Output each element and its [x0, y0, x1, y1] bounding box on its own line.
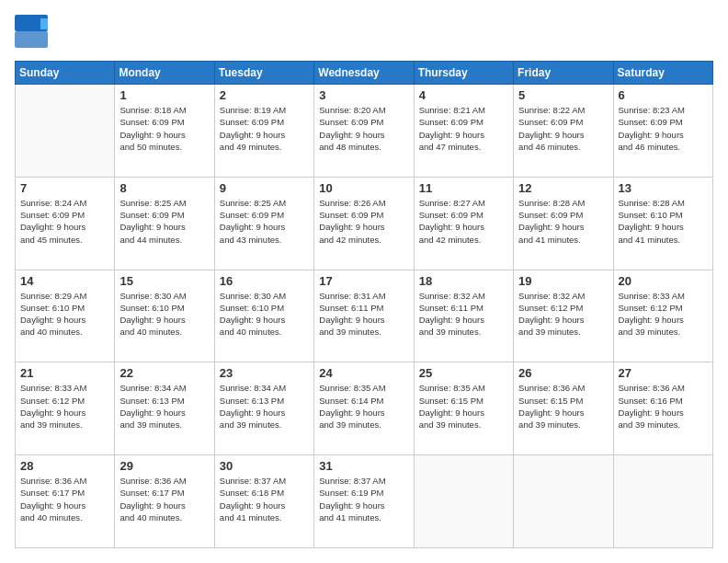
- day-info: Sunrise: 8:30 AM Sunset: 6:10 PM Dayligh…: [220, 290, 309, 339]
- day-info: Sunrise: 8:28 AM Sunset: 6:09 PM Dayligh…: [518, 197, 608, 246]
- day-number: 15: [119, 274, 209, 288]
- day-info: Sunrise: 8:25 AM Sunset: 6:09 PM Dayligh…: [119, 197, 209, 246]
- day-info: Sunrise: 8:36 AM Sunset: 6:16 PM Dayligh…: [619, 382, 708, 431]
- day-cell: [414, 455, 513, 548]
- week-row-2: 7Sunrise: 8:24 AM Sunset: 6:09 PM Daylig…: [16, 177, 713, 270]
- day-cell: 9Sunrise: 8:25 AM Sunset: 6:09 PM Daylig…: [214, 177, 313, 270]
- day-cell: 18Sunrise: 8:32 AM Sunset: 6:11 PM Dayli…: [414, 270, 513, 362]
- day-cell: 14Sunrise: 8:29 AM Sunset: 6:10 PM Dayli…: [16, 270, 115, 362]
- weekday-saturday: Saturday: [613, 62, 712, 85]
- day-number: 4: [419, 88, 508, 102]
- day-info: Sunrise: 8:21 AM Sunset: 6:09 PM Dayligh…: [419, 104, 508, 153]
- day-info: Sunrise: 8:33 AM Sunset: 6:12 PM Dayligh…: [619, 290, 708, 339]
- day-info: Sunrise: 8:32 AM Sunset: 6:11 PM Dayligh…: [419, 290, 508, 339]
- day-number: 30: [220, 459, 309, 473]
- day-info: Sunrise: 8:34 AM Sunset: 6:13 PM Dayligh…: [119, 382, 209, 431]
- day-number: 9: [220, 181, 309, 195]
- day-cell: 24Sunrise: 8:35 AM Sunset: 6:14 PM Dayli…: [314, 362, 414, 455]
- day-number: 14: [20, 274, 109, 288]
- day-number: 10: [319, 181, 408, 195]
- week-row-3: 14Sunrise: 8:29 AM Sunset: 6:10 PM Dayli…: [16, 270, 713, 362]
- day-cell: 17Sunrise: 8:31 AM Sunset: 6:11 PM Dayli…: [314, 270, 414, 362]
- day-number: 16: [220, 274, 309, 288]
- day-info: Sunrise: 8:20 AM Sunset: 6:09 PM Dayligh…: [319, 104, 408, 153]
- day-cell: 20Sunrise: 8:33 AM Sunset: 6:12 PM Dayli…: [613, 270, 712, 362]
- week-row-4: 21Sunrise: 8:33 AM Sunset: 6:12 PM Dayli…: [16, 362, 713, 455]
- day-number: 17: [319, 274, 408, 288]
- logo-icon: [15, 15, 48, 48]
- day-cell: 28Sunrise: 8:36 AM Sunset: 6:17 PM Dayli…: [16, 455, 115, 548]
- day-cell: 31Sunrise: 8:37 AM Sunset: 6:19 PM Dayli…: [314, 455, 414, 548]
- day-info: Sunrise: 8:25 AM Sunset: 6:09 PM Dayligh…: [220, 197, 309, 246]
- day-info: Sunrise: 8:22 AM Sunset: 6:09 PM Dayligh…: [518, 104, 608, 153]
- day-info: Sunrise: 8:37 AM Sunset: 6:18 PM Dayligh…: [220, 475, 309, 523]
- day-cell: 5Sunrise: 8:22 AM Sunset: 6:09 PM Daylig…: [514, 85, 613, 178]
- svg-marker-2: [40, 18, 48, 29]
- day-cell: 30Sunrise: 8:37 AM Sunset: 6:18 PM Dayli…: [214, 455, 313, 548]
- calendar-table: SundayMondayTuesdayWednesdayThursdayFrid…: [15, 61, 713, 548]
- day-cell: 15Sunrise: 8:30 AM Sunset: 6:10 PM Dayli…: [115, 270, 214, 362]
- day-info: Sunrise: 8:37 AM Sunset: 6:19 PM Dayligh…: [319, 475, 408, 523]
- day-number: 23: [220, 366, 309, 380]
- day-info: Sunrise: 8:18 AM Sunset: 6:09 PM Dayligh…: [119, 104, 209, 153]
- day-number: 20: [619, 274, 708, 288]
- day-number: 31: [319, 459, 408, 473]
- week-row-5: 28Sunrise: 8:36 AM Sunset: 6:17 PM Dayli…: [16, 455, 713, 548]
- day-cell: 13Sunrise: 8:28 AM Sunset: 6:10 PM Dayli…: [613, 177, 712, 270]
- weekday-thursday: Thursday: [414, 62, 513, 85]
- weekday-tuesday: Tuesday: [214, 62, 313, 85]
- day-number: 21: [20, 366, 109, 380]
- day-info: Sunrise: 8:30 AM Sunset: 6:10 PM Dayligh…: [119, 290, 209, 339]
- day-info: Sunrise: 8:33 AM Sunset: 6:12 PM Dayligh…: [20, 382, 109, 431]
- day-cell: [16, 85, 115, 178]
- logo: [15, 15, 51, 52]
- weekday-header-row: SundayMondayTuesdayWednesdayThursdayFrid…: [16, 62, 713, 85]
- day-cell: 19Sunrise: 8:32 AM Sunset: 6:12 PM Dayli…: [514, 270, 613, 362]
- day-number: 29: [119, 459, 209, 473]
- day-info: Sunrise: 8:23 AM Sunset: 6:09 PM Dayligh…: [619, 104, 708, 153]
- day-number: 8: [119, 181, 209, 195]
- day-cell: 11Sunrise: 8:27 AM Sunset: 6:09 PM Dayli…: [414, 177, 513, 270]
- day-cell: 23Sunrise: 8:34 AM Sunset: 6:13 PM Dayli…: [214, 362, 313, 455]
- day-number: 13: [619, 181, 708, 195]
- day-info: Sunrise: 8:36 AM Sunset: 6:17 PM Dayligh…: [119, 475, 209, 523]
- day-cell: 21Sunrise: 8:33 AM Sunset: 6:12 PM Dayli…: [16, 362, 115, 455]
- day-info: Sunrise: 8:28 AM Sunset: 6:10 PM Dayligh…: [619, 197, 708, 246]
- day-number: 28: [20, 459, 109, 473]
- day-number: 11: [419, 181, 508, 195]
- weekday-wednesday: Wednesday: [314, 62, 414, 85]
- weekday-friday: Friday: [514, 62, 613, 85]
- day-cell: 29Sunrise: 8:36 AM Sunset: 6:17 PM Dayli…: [115, 455, 214, 548]
- day-info: Sunrise: 8:35 AM Sunset: 6:14 PM Dayligh…: [319, 382, 408, 431]
- day-info: Sunrise: 8:36 AM Sunset: 6:15 PM Dayligh…: [518, 382, 608, 431]
- day-number: 27: [619, 366, 708, 380]
- day-number: 3: [319, 88, 408, 102]
- week-row-1: 1Sunrise: 8:18 AM Sunset: 6:09 PM Daylig…: [16, 85, 713, 178]
- day-number: 7: [20, 181, 109, 195]
- day-number: 24: [319, 366, 408, 380]
- svg-rect-1: [15, 31, 48, 48]
- day-info: Sunrise: 8:19 AM Sunset: 6:09 PM Dayligh…: [220, 104, 309, 153]
- weekday-sunday: Sunday: [16, 62, 115, 85]
- day-cell: [514, 455, 613, 548]
- day-cell: 10Sunrise: 8:26 AM Sunset: 6:09 PM Dayli…: [314, 177, 414, 270]
- day-cell: 1Sunrise: 8:18 AM Sunset: 6:09 PM Daylig…: [115, 85, 214, 178]
- day-number: 19: [518, 274, 608, 288]
- day-cell: 16Sunrise: 8:30 AM Sunset: 6:10 PM Dayli…: [214, 270, 313, 362]
- page: SundayMondayTuesdayWednesdayThursdayFrid…: [0, 0, 728, 563]
- day-info: Sunrise: 8:29 AM Sunset: 6:10 PM Dayligh…: [20, 290, 109, 339]
- day-info: Sunrise: 8:35 AM Sunset: 6:15 PM Dayligh…: [419, 382, 508, 431]
- day-number: 22: [119, 366, 209, 380]
- day-number: 1: [119, 88, 209, 102]
- day-number: 12: [518, 181, 608, 195]
- day-cell: 2Sunrise: 8:19 AM Sunset: 6:09 PM Daylig…: [214, 85, 313, 178]
- day-cell: 26Sunrise: 8:36 AM Sunset: 6:15 PM Dayli…: [514, 362, 613, 455]
- day-number: 26: [518, 366, 608, 380]
- day-cell: 4Sunrise: 8:21 AM Sunset: 6:09 PM Daylig…: [414, 85, 513, 178]
- day-info: Sunrise: 8:34 AM Sunset: 6:13 PM Dayligh…: [220, 382, 309, 431]
- day-number: 18: [419, 274, 508, 288]
- day-cell: [613, 455, 712, 548]
- day-info: Sunrise: 8:24 AM Sunset: 6:09 PM Dayligh…: [20, 197, 109, 246]
- day-cell: 22Sunrise: 8:34 AM Sunset: 6:13 PM Dayli…: [115, 362, 214, 455]
- day-cell: 27Sunrise: 8:36 AM Sunset: 6:16 PM Dayli…: [613, 362, 712, 455]
